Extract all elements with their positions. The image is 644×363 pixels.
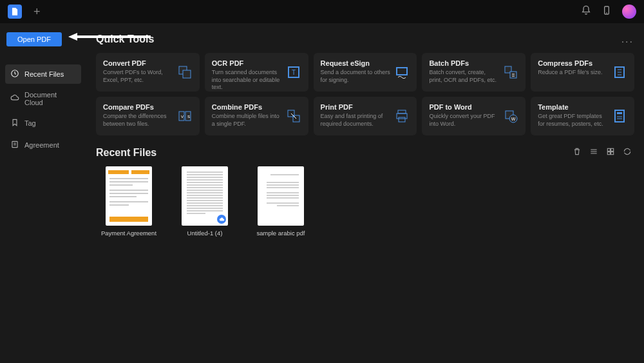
tool-title: Compare PDFs [103, 103, 173, 111]
tool-ocr-pdf[interactable]: OCR PDF Turn scanned documents into sear… [205, 53, 308, 92]
svg-text:T: T [292, 69, 296, 76]
combine-icon [286, 108, 301, 124]
tool-compress-pdfs[interactable]: Compress PDFs Reduce a PDF file's size. [531, 53, 634, 92]
ocr-icon: T [286, 64, 301, 80]
compare-icon: VS [177, 108, 193, 124]
avatar[interactable] [622, 5, 636, 19]
sidebar-item-tag[interactable]: Tag [5, 113, 81, 133]
recent-files-title: Recent Files [96, 147, 156, 159]
tool-template[interactable]: Template Get great PDF templates for res… [531, 97, 634, 135]
tool-title: Batch PDFs [429, 59, 499, 67]
tool-print-pdf[interactable]: Print PDF Easy and fast printing of requ… [314, 97, 417, 135]
tool-title: PDF to Word [429, 103, 499, 111]
sidebar-item-label: Recent Files [24, 70, 64, 78]
sidebar-item-agreement[interactable]: Agreement [5, 135, 81, 155]
svg-rect-12 [397, 68, 407, 75]
template-icon [612, 108, 627, 124]
sidebar-item-label: Agreement [24, 141, 59, 149]
sidebar-item-recent-files[interactable]: Recent Files [5, 64, 81, 84]
new-tab-button[interactable]: + [33, 5, 41, 19]
svg-rect-30 [615, 110, 624, 122]
bookmark-icon [10, 118, 19, 128]
tool-desc: Compare the differences between two file… [103, 113, 173, 128]
mobile-icon[interactable] [601, 5, 612, 18]
svg-text:W: W [511, 117, 516, 121]
file-item[interactable]: Payment Agreement [104, 166, 154, 237]
clock-icon [10, 69, 19, 79]
tool-request-esign[interactable]: Request eSign Send a document to others … [314, 53, 417, 92]
content: Quick Tools ··· Convert PDF Convert PDFs… [86, 23, 644, 363]
tool-combine-pdfs[interactable]: Combine PDFs Combine multiple files into… [205, 97, 308, 135]
tool-desc: Quickly convert your PDF into Word. [429, 113, 499, 128]
svg-rect-24 [398, 110, 406, 113]
file-item[interactable]: Untitled-1 (4) [180, 166, 230, 237]
print-icon [394, 108, 410, 124]
app-logo[interactable] [8, 5, 22, 19]
tool-desc: Batch convert, create, print, OCR and PD… [429, 69, 499, 84]
bell-icon[interactable] [581, 5, 591, 18]
file-item[interactable]: sample arabic pdf [256, 166, 306, 237]
tool-pdf-to-word[interactable]: PDF to Word Quickly convert your PDF int… [422, 97, 526, 135]
file-thumbnail [258, 166, 304, 226]
agreement-icon [10, 140, 19, 150]
tool-desc: Easy and fast printing of required docum… [321, 113, 391, 128]
quick-tools-grid: Convert PDF Convert PDFs to Word, Excel,… [96, 53, 634, 135]
file-name: sample arabic pdf [257, 230, 305, 237]
refresh-icon[interactable] [623, 147, 632, 159]
esign-icon [394, 64, 410, 80]
trash-icon[interactable] [573, 147, 582, 159]
svg-rect-9 [183, 70, 191, 78]
file-name: Untitled-1 (4) [187, 230, 223, 237]
tool-convert-pdf[interactable]: Convert PDF Convert PDFs to Word, Excel,… [96, 53, 200, 92]
tool-title: Request eSign [321, 59, 391, 67]
tool-batch-pdfs[interactable]: Batch PDFs Batch convert, create, print,… [422, 53, 526, 92]
quick-tools-title: Quick Tools [96, 34, 634, 45]
tool-compare-pdfs[interactable]: Compare PDFs Compare the differences bet… [96, 97, 200, 135]
sidebar-item-label: Tag [24, 119, 36, 127]
list-view-icon[interactable] [589, 147, 598, 159]
compress-icon [612, 64, 627, 80]
svg-rect-26 [399, 117, 405, 122]
svg-text:S: S [187, 115, 190, 119]
tool-desc: Turn scanned documents into searchable o… [212, 69, 282, 92]
sidebar-item-label: Document Cloud [24, 91, 76, 106]
file-thumbnail [182, 166, 228, 226]
grid-view-icon[interactable] [606, 147, 615, 159]
file-thumbnail [106, 166, 152, 226]
convert-icon [177, 64, 193, 80]
sidebar-item-document-cloud[interactable]: Document Cloud [5, 86, 81, 111]
batch-icon [503, 64, 518, 80]
open-pdf-button[interactable]: Open PDF [6, 32, 62, 46]
tool-title: Convert PDF [103, 59, 173, 67]
recent-files-row: Payment Agreement Untitle [96, 166, 634, 237]
svg-rect-14 [510, 72, 516, 78]
tool-title: Template [538, 103, 608, 111]
svg-rect-37 [607, 148, 610, 151]
tool-desc: Convert PDFs to Word, Excel, PPT, etc. [103, 69, 173, 84]
tool-desc: Reduce a PDF file's size. [538, 69, 608, 77]
more-menu-icon[interactable]: ··· [621, 36, 634, 48]
cloud-badge-icon [217, 215, 226, 224]
svg-rect-25 [397, 113, 407, 119]
svg-rect-38 [611, 148, 614, 151]
tool-title: Compress PDFs [538, 59, 608, 67]
tool-title: Print PDF [321, 103, 391, 111]
tool-desc: Send a document to others for signing. [321, 69, 391, 84]
svg-rect-40 [611, 152, 614, 155]
tool-desc: Get great PDF templates for resumes, pos… [538, 113, 608, 128]
sidebar: Open PDF Recent Files Document Cloud Tag [0, 23, 86, 363]
tool-title: OCR PDF [212, 59, 282, 67]
file-name: Payment Agreement [101, 230, 156, 237]
tool-desc: Combine multiple files into a single PDF… [212, 113, 282, 128]
svg-rect-39 [607, 152, 610, 155]
svg-rect-31 [617, 112, 622, 114]
svg-text:V: V [181, 115, 184, 119]
titlebar: + [0, 0, 644, 23]
tool-title: Combine PDFs [212, 103, 282, 111]
word-icon: W [503, 108, 518, 124]
cloud-icon [10, 93, 19, 104]
